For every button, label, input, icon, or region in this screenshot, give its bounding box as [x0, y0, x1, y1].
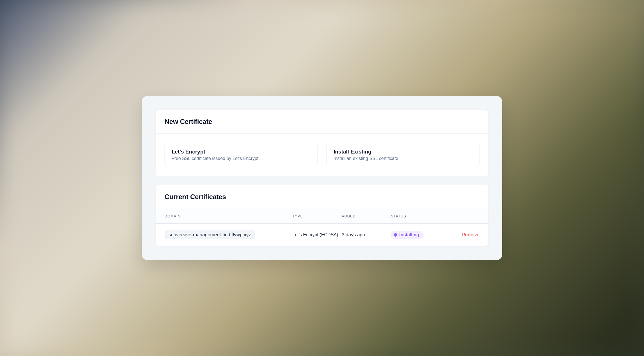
domain-chip: subversive-management-find.flywp.xyz — [165, 230, 255, 239]
table-row: subversive-management-find.flywp.xyz Let… — [156, 224, 488, 246]
lets-encrypt-title: Let's Encrypt — [172, 149, 310, 155]
new-certificate-card: New Certificate Let's Encrypt Free SSL c… — [155, 110, 489, 176]
remove-button[interactable]: Remove — [462, 232, 479, 238]
install-existing-option[interactable]: Install Existing Install an existing SSL… — [327, 143, 479, 167]
new-certificate-body: Let's Encrypt Free SSL certificate issue… — [156, 134, 488, 176]
new-certificate-header: New Certificate — [156, 110, 488, 134]
column-actions — [445, 214, 479, 218]
actions-cell: Remove — [445, 232, 479, 238]
status-text: Installing — [399, 232, 419, 237]
certificate-options-row: Let's Encrypt Free SSL certificate issue… — [165, 143, 479, 167]
lets-encrypt-desc: Free SSL certificate issued by Let's Enc… — [172, 156, 310, 161]
column-added: ADDED — [342, 214, 391, 218]
column-domain: DOMAIN — [165, 214, 292, 218]
added-cell: 3 days ago — [342, 232, 391, 238]
install-existing-title: Install Existing — [334, 149, 472, 155]
type-cell: Let's Encrypt (ECDSA) — [292, 232, 342, 238]
current-certificates-card: Current Certificates DOMAIN TYPE ADDED S… — [155, 185, 489, 246]
status-dot-icon — [394, 233, 397, 237]
current-certificates-title: Current Certificates — [165, 193, 479, 201]
status-cell: Installing — [391, 231, 445, 239]
certificates-table-head: DOMAIN TYPE ADDED STATUS — [156, 209, 488, 224]
install-existing-desc: Install an existing SSL certificate. — [334, 156, 472, 161]
new-certificate-title: New Certificate — [165, 118, 479, 126]
column-type: TYPE — [292, 214, 342, 218]
status-badge: Installing — [391, 231, 423, 239]
certificates-panel: New Certificate Let's Encrypt Free SSL c… — [142, 96, 502, 260]
column-status: STATUS — [391, 214, 445, 218]
current-certificates-header: Current Certificates — [156, 185, 488, 209]
domain-cell: subversive-management-find.flywp.xyz — [165, 230, 292, 239]
lets-encrypt-option[interactable]: Let's Encrypt Free SSL certificate issue… — [165, 143, 317, 167]
